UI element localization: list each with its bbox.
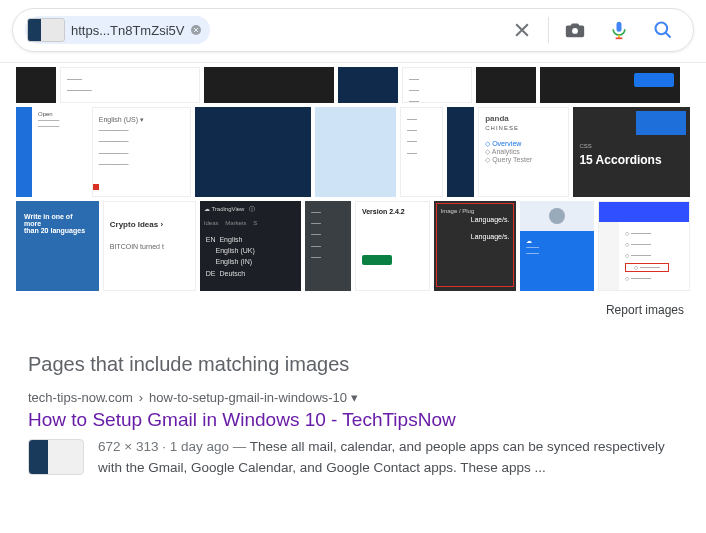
image-tile[interactable]: Version 2.4.2: [355, 201, 430, 291]
image-tile[interactable]: CSS 15 Accordions: [573, 107, 690, 197]
chip-remove-icon[interactable]: [188, 22, 204, 38]
image-tile[interactable]: ──────────: [305, 201, 351, 291]
report-images-link[interactable]: Report images: [0, 295, 706, 317]
image-tile[interactable]: Image / Plug Language/s. Language/s.: [434, 201, 517, 291]
chip-thumbnail: [27, 18, 65, 42]
clear-icon[interactable]: [510, 18, 534, 42]
svg-point-5: [656, 23, 668, 35]
image-tile[interactable]: Crypto Ideas › BITCOIN turned t: [103, 201, 196, 291]
result-thumbnail[interactable]: [28, 439, 84, 475]
image-results-grid: ──────── ────── Open────────── English (…: [0, 63, 706, 291]
image-tile[interactable]: [338, 67, 398, 103]
caret-down-icon[interactable]: ▾: [351, 390, 361, 405]
svg-line-6: [666, 33, 671, 38]
image-tile[interactable]: ────────: [400, 107, 443, 197]
image-tile[interactable]: ○ ────○ ────○ ────○ ────○ ────: [598, 201, 690, 291]
divider: [548, 17, 549, 43]
image-tile[interactable]: pandaCHINESE ◇ Overview ◇ Analytics ◇ Qu…: [478, 107, 569, 197]
image-tile[interactable]: ☁ TradingView ⓘ Ideas Markets S EN Engli…: [200, 201, 301, 291]
svg-point-1: [572, 28, 578, 34]
image-tile[interactable]: Write in one of morethan 20 languages: [16, 201, 99, 291]
svg-rect-2: [617, 22, 622, 32]
search-bar: https...Tn8TmZsi5V: [12, 8, 694, 52]
image-tile[interactable]: ☁──────: [520, 201, 594, 291]
image-tile[interactable]: [204, 67, 334, 103]
image-tile[interactable]: [16, 67, 56, 103]
search-icon[interactable]: [651, 18, 675, 42]
result-title-link[interactable]: How to Setup Gmail in Windows 10 - TechT…: [28, 405, 678, 437]
search-image-chip[interactable]: https...Tn8TmZsi5V: [25, 16, 210, 44]
image-tile[interactable]: [315, 107, 396, 197]
image-tile[interactable]: English (US) ▾────────────────────────: [92, 107, 191, 197]
image-tile[interactable]: ──────: [402, 67, 472, 103]
chip-text: https...Tn8TmZsi5V: [71, 23, 184, 38]
mic-icon[interactable]: [607, 18, 631, 42]
camera-icon[interactable]: [563, 18, 587, 42]
image-tile[interactable]: [540, 67, 680, 103]
image-tile[interactable]: ────────: [60, 67, 200, 103]
result-snippet: 672 × 313 · 1 day ago — These all mail, …: [98, 437, 678, 479]
image-tile[interactable]: Open──────────: [16, 107, 88, 197]
image-tile[interactable]: [195, 107, 312, 197]
image-tile[interactable]: [476, 67, 536, 103]
image-tile[interactable]: [447, 107, 474, 197]
search-result: tech-tips-now.com › how-to-setup-gmail-i…: [0, 390, 706, 499]
result-breadcrumb[interactable]: tech-tips-now.com › how-to-setup-gmail-i…: [28, 390, 678, 405]
matching-pages-heading: Pages that include matching images: [0, 317, 706, 390]
